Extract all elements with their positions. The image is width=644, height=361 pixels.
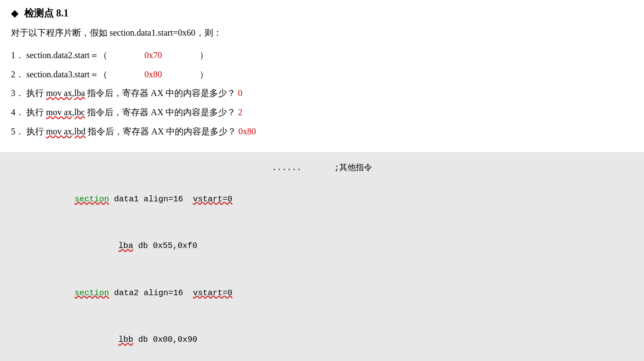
q-num-4: 4．	[11, 105, 26, 121]
intro-text: 对于以下程序片断，假如 section.data1.start=0x60，则：	[11, 25, 633, 41]
question-list: 1． section.data2.start＝（ 0x70 ） 2． secti…	[11, 48, 633, 140]
keyword-section2: section	[75, 289, 109, 298]
q3-before-2: 指令后，寄存器 AX 中的内容是多少？	[85, 88, 236, 98]
q2-after: ）	[200, 70, 208, 79]
q4-before-2: 指令后，寄存器 AX 中的内容是多少？	[85, 108, 236, 117]
code-lba-rest: db 0x55,0xf0	[133, 241, 197, 251]
q-text-5: 执行 mov ax,lbd 指令后，寄存器 AX 中的内容是多少？ 0x80	[26, 124, 256, 140]
q-num-5: 5．	[11, 124, 26, 140]
dots-comment-line: ...... ;其他指令	[11, 161, 633, 177]
question-item-1: 1． section.data2.start＝（ 0x70 ）	[11, 48, 633, 64]
q2-answer: 0x80	[145, 70, 162, 79]
q5-before-1: 执行	[26, 127, 46, 136]
q1-before: section.data2.start＝（	[26, 50, 107, 60]
code-comment: ;其他指令	[334, 161, 372, 177]
q5-answer: 0x80	[238, 127, 256, 136]
code-line-lba: lba db 0x55,0xf0	[11, 223, 633, 270]
q-text-1: section.data2.start＝（ 0x70 ）	[26, 48, 208, 64]
q3-answer: 0	[238, 88, 242, 98]
q4-cmd: mov ax,lbc	[46, 108, 85, 117]
q4-answer: 2	[238, 108, 242, 117]
q-num-3: 3．	[11, 86, 26, 101]
title-row: ◆ 检测点 8.1	[11, 7, 633, 20]
question-item-4: 4． 执行 mov ax,lbc 指令后，寄存器 AX 中的内容是多少？ 2	[11, 105, 633, 121]
code-line-lbb: lbb db 0x00,0x90	[11, 317, 633, 361]
q3-cmd: mov ax,lba	[46, 88, 85, 98]
q1-after: ）	[200, 50, 208, 60]
q5-before-2: 指令后，寄存器 AX 中的内容是多少？	[86, 127, 236, 136]
code-lbb-rest: db 0x00,0x90	[133, 335, 197, 345]
top-section: ◆ 检测点 8.1 对于以下程序片断，假如 section.data1.star…	[0, 0, 644, 152]
q3-before-1: 执行	[26, 88, 46, 98]
question-item-5: 5． 执行 mov ax,lbd 指令后，寄存器 AX 中的内容是多少？ 0x8…	[11, 124, 633, 140]
diamond-icon: ◆	[11, 7, 19, 19]
dots: ......	[272, 161, 301, 177]
label-lba: lba	[118, 241, 133, 251]
keyword-section1: section	[75, 195, 109, 204]
q-num-2: 2．	[11, 67, 26, 83]
q-text-2: section.data3.start＝（ 0x80 ）	[26, 67, 208, 83]
q1-answer: 0x70	[145, 50, 162, 60]
q-text-3: 执行 mov ax,lba 指令后，寄存器 AX 中的内容是多少？ 0	[26, 86, 242, 101]
q5-cmd: mov ax,lbd	[46, 127, 86, 136]
code-rest-1: data1 align=16 vstart=0	[109, 195, 232, 204]
question-item-3: 3． 执行 mov ax,lba 指令后，寄存器 AX 中的内容是多少？ 0	[11, 86, 633, 101]
code-section: ...... ;其他指令 section data1 align=16 vsta…	[0, 152, 644, 361]
q-num-1: 1．	[11, 48, 26, 64]
q2-before: section.data3.start＝（	[26, 70, 107, 79]
q-text-4: 执行 mov ax,lbc 指令后，寄存器 AX 中的内容是多少？ 2	[26, 105, 242, 121]
question-item-2: 2． section.data3.start＝（ 0x80 ）	[11, 67, 633, 83]
page-title: 检测点 8.1	[24, 7, 69, 20]
q4-before-1: 执行	[26, 108, 46, 117]
code-line-section1: section data1 align=16 vstart=0	[11, 176, 633, 223]
code-line-section2: section data2 align=16 vstart=0	[11, 270, 633, 317]
label-lbb: lbb	[118, 335, 133, 345]
code-rest-2: data2 align=16 vstart=0	[109, 289, 232, 298]
